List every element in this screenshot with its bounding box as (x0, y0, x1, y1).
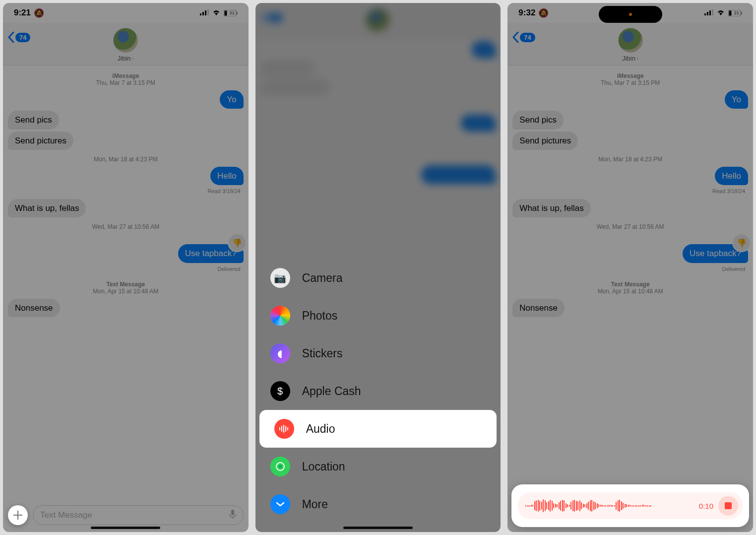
conversation-header: 74 Jibin› (507, 23, 753, 66)
photos-icon (270, 306, 290, 326)
svg-rect-16 (707, 12, 708, 15)
contact-avatar[interactable] (113, 28, 138, 53)
location-icon (270, 457, 290, 476)
conversation-header: 74 Jibin› (3, 23, 249, 66)
message-received[interactable]: Send pics (8, 111, 59, 129)
menu-apple-cash[interactable]: $ Apple Cash (255, 372, 501, 410)
audio-recording-panel: 0:10 (511, 484, 749, 527)
recording-pill: 0:10 (517, 492, 743, 519)
message-received[interactable]: What is up, fellas (512, 199, 590, 217)
clock: 9:21 (14, 8, 31, 18)
audio-icon (274, 419, 294, 439)
message-received[interactable]: Nonsense (512, 299, 565, 317)
timestamp: Text MessageMon, Apr 15 at 10:48 AM (8, 281, 244, 295)
stop-recording-button[interactable] (718, 496, 738, 516)
conversation-header: 74 (255, 3, 501, 38)
timestamp: Text MessageMon, Apr 15 at 10:48 AM (512, 281, 748, 295)
svg-rect-21 (741, 12, 742, 14)
message-received[interactable]: Send pics (512, 111, 564, 129)
menu-label: Stickers (302, 347, 343, 360)
contact-avatar[interactable] (618, 28, 643, 53)
menu-label: Location (302, 460, 345, 473)
dynamic-island-recording[interactable] (599, 6, 662, 23)
dictation-icon[interactable] (229, 509, 236, 522)
tapback-thumbs-down-icon[interactable]: 👎 (229, 234, 246, 251)
battery-icon: 21 (728, 10, 742, 16)
stop-icon (725, 502, 732, 509)
clock: 9:32 (518, 8, 535, 18)
attachment-menu: 📷 Camera Photos ◖ Stickers $ Apple Cash … (255, 259, 501, 532)
menu-stickers[interactable]: ◖ Stickers (255, 334, 501, 372)
message-received[interactable]: Nonsense (8, 299, 60, 317)
timestamp: Mon, Mar 18 at 4:23 PM (512, 156, 748, 163)
contact-avatar (366, 8, 390, 33)
menu-label: Photos (302, 309, 338, 323)
message-received[interactable]: Send pictures (8, 132, 73, 150)
message-received[interactable]: Send pictures (512, 132, 578, 150)
wifi-icon (716, 8, 725, 18)
battery-icon: 21 (224, 10, 238, 16)
read-receipt: Read 3/18/24 (8, 188, 241, 194)
screenshot-3-recording: 9:32 🔕 21 74 Jibin› iMessageThu, Mar 7 a… (507, 3, 753, 532)
message-sent[interactable]: Yo (725, 90, 748, 109)
menu-label: Camera (302, 271, 343, 285)
message-input[interactable]: Text Message (33, 505, 244, 525)
svg-rect-3 (207, 9, 209, 15)
menu-audio[interactable]: Audio (259, 410, 497, 448)
timestamp: Mon, Mar 18 at 4:23 PM (8, 156, 244, 163)
cellular-icon (704, 8, 713, 18)
menu-location[interactable]: Location (255, 448, 501, 485)
back-button[interactable]: 74 (512, 32, 535, 43)
contact-name[interactable]: Jibin› (622, 55, 638, 62)
recording-elapsed: 0:10 (699, 502, 713, 510)
timestamp: iMessageThu, Mar 7 at 3:15 PM (8, 72, 244, 86)
timestamp: iMessageThu, Mar 7 at 3:15 PM (512, 72, 748, 86)
tapback-thumbs-down-icon[interactable]: 👎 (733, 234, 750, 251)
svg-rect-20 (729, 10, 732, 15)
svg-rect-18 (712, 9, 713, 15)
message-sent[interactable]: Hello (715, 167, 748, 185)
chevron-down-icon (270, 494, 290, 514)
waveform-icon (525, 498, 693, 513)
contact-name[interactable]: Jibin› (118, 55, 134, 62)
message-thread[interactable]: iMessageThu, Mar 7 at 3:15 PM Yo Send pi… (3, 66, 249, 500)
cellular-icon (200, 8, 209, 18)
timestamp: Wed, Mar 27 at 10:56 AM (512, 223, 748, 230)
svg-rect-7 (231, 510, 234, 515)
menu-label: Audio (306, 422, 335, 436)
message-sent[interactable]: Yo (220, 90, 243, 109)
svg-rect-5 (224, 10, 227, 15)
delivered-receipt: Delivered (512, 266, 745, 272)
menu-photos[interactable]: Photos (255, 297, 501, 334)
read-receipt: Read 3/18/24 (512, 188, 745, 194)
screenshot-2-attachment-menu: 74 📷 Camera Photos ◖ Stickers $ Apple Ca… (255, 3, 501, 532)
svg-rect-15 (704, 13, 706, 15)
recording-indicator-icon (629, 13, 632, 16)
back-button[interactable]: 74 (260, 12, 283, 23)
wifi-icon (212, 8, 221, 18)
stickers-icon: ◖ (270, 343, 290, 363)
menu-label: More (302, 498, 328, 511)
silent-icon: 🔕 (538, 8, 549, 18)
apple-cash-icon: $ (270, 381, 290, 401)
menu-camera[interactable]: 📷 Camera (255, 259, 501, 297)
svg-rect-6 (237, 12, 238, 14)
menu-label: Apple Cash (302, 385, 361, 398)
unread-badge: 74 (520, 33, 535, 42)
silent-icon: 🔕 (34, 8, 44, 18)
back-button[interactable]: 74 (8, 32, 30, 43)
camera-icon: 📷 (270, 268, 290, 288)
attachments-button[interactable] (8, 505, 28, 525)
menu-more[interactable]: More (255, 485, 501, 523)
home-indicator[interactable] (91, 527, 160, 529)
svg-point-14 (279, 465, 282, 468)
screenshot-1-messages-thread: 9:21 🔕 21 74 Jibin› iMessageThu, Mar 7 a… (3, 3, 249, 532)
message-sent[interactable]: Hello (210, 167, 244, 185)
svg-rect-0 (200, 13, 201, 15)
message-received[interactable]: What is up, fellas (8, 199, 86, 217)
placeholder: Text Message (40, 510, 92, 520)
svg-rect-2 (205, 10, 206, 15)
delivered-receipt: Delivered (8, 266, 241, 272)
timestamp: Wed, Mar 27 at 10:56 AM (8, 223, 244, 230)
message-thread[interactable]: iMessageThu, Mar 7 at 3:15 PM Yo Send pi… (507, 66, 753, 532)
